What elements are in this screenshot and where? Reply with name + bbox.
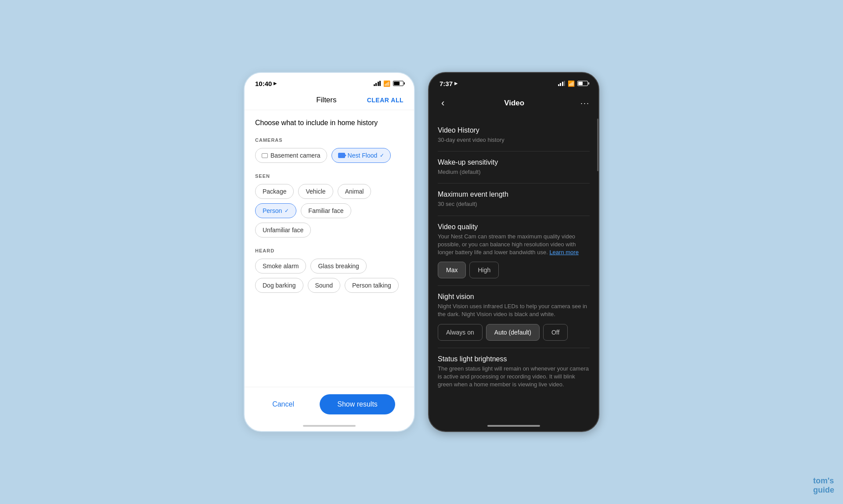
setting-subtitle: 30 sec (default)	[438, 200, 590, 208]
video-phone: 7:37 ▶ 📶 ‹ Video ···	[428, 72, 599, 432]
setting-night-vision: Night vision Night Vision uses infrared …	[438, 286, 590, 348]
wifi-icon: 📶	[568, 80, 575, 87]
setting-subtitle: Night Vision uses infrared LEDs to help …	[438, 302, 590, 318]
toggle-auto[interactable]: Auto (default)	[486, 324, 540, 341]
chip-vehicle[interactable]: Vehicle	[298, 184, 333, 199]
toggle-high[interactable]: High	[469, 262, 499, 278]
status-icons-filters: 📶	[374, 80, 404, 87]
status-bar-filters: 10:40 ▶ 📶	[245, 73, 414, 92]
video-quality-toggles: Max High	[438, 262, 590, 278]
cameras-chips: Basement camera Nest Flood ✓	[255, 148, 403, 163]
toggle-always-on[interactable]: Always on	[438, 324, 483, 341]
home-indicator	[487, 425, 540, 427]
chip-person[interactable]: Person ✓	[255, 203, 296, 218]
setting-subtitle: Your Nest Cam can stream the maximum qua…	[438, 233, 590, 257]
chip-label: Sound	[315, 282, 333, 289]
setting-subtitle: 30-day event video history	[438, 136, 590, 144]
filters-header: Filters CLEAR ALL	[245, 92, 414, 110]
setting-title: Video History	[438, 126, 590, 134]
learn-more-link[interactable]: Learn more	[549, 249, 578, 256]
chip-label: Familiar face	[308, 207, 343, 214]
check-icon: ✓	[285, 208, 289, 214]
setting-subtitle: Medium (default)	[438, 168, 590, 176]
signal-icon	[558, 81, 566, 86]
camera-chip-nest[interactable]: Nest Flood ✓	[331, 148, 391, 163]
chip-person-talking[interactable]: Person talking	[345, 278, 399, 293]
toms-guide-watermark: tom's guide	[813, 476, 834, 495]
chip-label: Animal	[345, 188, 364, 195]
chip-label: Glass breaking	[318, 263, 359, 270]
setting-wakeup-sensitivity[interactable]: Wake-up sensitivity Medium (default)	[438, 151, 590, 184]
heard-chips: Smoke alarm Glass breaking Dog barking S…	[255, 259, 403, 293]
location-arrow-icon: ▶	[454, 81, 458, 86]
chip-label: Dog barking	[263, 282, 296, 289]
scrollbar-thumb	[597, 119, 598, 171]
scrollbar-track	[597, 92, 598, 431]
check-icon: ✓	[380, 152, 384, 158]
filters-footer: Cancel Show results	[245, 387, 414, 421]
toggle-off[interactable]: Off	[543, 324, 568, 341]
chip-glass-breaking[interactable]: Glass breaking	[310, 259, 366, 274]
setting-title: Wake-up sensitivity	[438, 158, 590, 166]
night-vision-toggles: Always on Auto (default) Off	[438, 324, 590, 341]
location-arrow-icon: ▶	[274, 81, 277, 86]
filters-subtitle: Choose what to include in home history	[255, 119, 403, 127]
chip-label: Smoke alarm	[263, 263, 299, 270]
chip-label: Package	[263, 188, 286, 195]
filters-body: Choose what to include in home history C…	[245, 110, 414, 387]
show-results-button[interactable]: Show results	[320, 394, 395, 414]
setting-title: Status light brightness	[438, 355, 590, 363]
chip-label: Unfamiliar face	[263, 227, 303, 234]
chip-familiar-face[interactable]: Familiar face	[301, 203, 351, 218]
time-display: 10:40	[255, 80, 272, 87]
setting-status-light[interactable]: Status light brightness The green status…	[438, 348, 590, 396]
video-page-title: Video	[504, 99, 524, 108]
time-display: 7:37	[440, 80, 453, 87]
video-body: Video History 30-day event video history…	[429, 116, 598, 421]
clear-all-button[interactable]: CLEAR ALL	[367, 97, 403, 104]
home-indicator	[303, 425, 356, 427]
chip-smoke-alarm[interactable]: Smoke alarm	[255, 259, 306, 274]
battery-icon	[393, 81, 403, 86]
cameras-section-label: CAMERAS	[255, 137, 403, 143]
setting-subtitle: The green status light will remain on wh…	[438, 365, 590, 389]
setting-video-quality: Video quality Your Nest Cam can stream t…	[438, 216, 590, 286]
setting-title: Night vision	[438, 293, 590, 301]
camera-label: Nest Flood	[348, 152, 378, 159]
setting-title: Maximum event length	[438, 191, 590, 198]
status-icons-video: 📶	[558, 80, 588, 87]
cancel-button[interactable]: Cancel	[263, 395, 303, 414]
camera-label: Basement camera	[270, 152, 321, 159]
setting-max-event-length[interactable]: Maximum event length 30 sec (default)	[438, 184, 590, 216]
back-button[interactable]: ‹	[438, 96, 448, 111]
more-options-button[interactable]: ···	[580, 99, 590, 108]
chip-dog-barking[interactable]: Dog barking	[255, 278, 303, 293]
chip-animal[interactable]: Animal	[338, 184, 371, 199]
signal-icon	[374, 81, 381, 86]
filters-title: Filters	[286, 96, 367, 104]
chip-unfamiliar-face[interactable]: Unfamiliar face	[255, 223, 311, 238]
chip-package[interactable]: Package	[255, 184, 294, 199]
status-time-filters: 10:40 ▶	[255, 80, 277, 87]
filters-phone: 10:40 ▶ 📶 Filters CLEAR ALL	[244, 72, 415, 432]
seen-chips: Package Vehicle Animal Person ✓ Familiar…	[255, 184, 403, 238]
toggle-max[interactable]: Max	[438, 262, 466, 278]
status-bar-video: 7:37 ▶ 📶	[429, 73, 598, 92]
camera-chip-basement[interactable]: Basement camera	[255, 148, 327, 163]
camera-box-icon	[262, 153, 268, 158]
wifi-icon: 📶	[383, 80, 390, 87]
video-header: ‹ Video ···	[429, 92, 598, 116]
seen-section-label: SEEN	[255, 173, 403, 179]
chip-label: Vehicle	[306, 188, 325, 195]
status-time-video: 7:37 ▶	[440, 80, 458, 87]
chip-sound[interactable]: Sound	[308, 278, 340, 293]
heard-section-label: HEARD	[255, 248, 403, 253]
chip-label: Person talking	[352, 282, 391, 289]
chip-label: Person	[263, 207, 282, 214]
setting-title: Video quality	[438, 223, 590, 231]
setting-video-history[interactable]: Video History 30-day event video history	[438, 119, 590, 151]
battery-icon	[577, 81, 588, 86]
